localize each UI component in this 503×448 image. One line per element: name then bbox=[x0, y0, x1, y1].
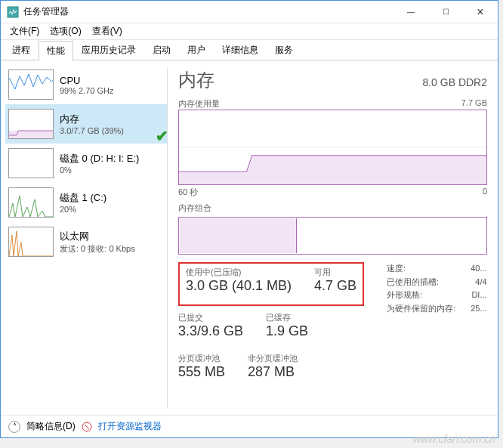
tab-services[interactable]: 服务 bbox=[267, 40, 301, 60]
sidebar-item-disk0[interactable]: 磁盘 0 (D: H: I: E:)0% bbox=[5, 144, 167, 183]
sidebar-item-sub: 发送: 0 接收: 0 Kbps bbox=[60, 243, 135, 255]
chart1-x-left: 60 秒 bbox=[178, 187, 198, 198]
resource-monitor-icon bbox=[82, 422, 92, 432]
highlight-box: 使用中(已压缩)3.0 GB (40.1 MB) 可用4.7 GB bbox=[178, 262, 364, 306]
minimize-button[interactable]: — bbox=[393, 1, 428, 23]
memory-info-table: 速度:40... 已使用的插槽:4/4 外形规格:DI... 为硬件保留的内存:… bbox=[387, 262, 486, 388]
window-title: 任务管理器 bbox=[23, 5, 393, 18]
chart1-label-right: 7.7 GB bbox=[461, 98, 487, 110]
speed-label: 速度: bbox=[387, 262, 406, 276]
checkmark-icon: ✔ bbox=[156, 127, 167, 145]
sidebar-item-memory[interactable]: 内存3.0/7.7 GB (39%) ✔ bbox=[5, 104, 167, 144]
tab-apphistory[interactable]: 应用历史记录 bbox=[73, 40, 144, 60]
page-title: 内存 bbox=[178, 68, 214, 92]
memory-thumb bbox=[8, 109, 54, 139]
sidebar-item-label: 内存 bbox=[60, 113, 124, 126]
available-label: 可用 bbox=[314, 267, 356, 278]
maximize-button[interactable]: ☐ bbox=[428, 1, 463, 23]
tab-details[interactable]: 详细信息 bbox=[214, 40, 267, 60]
menu-view[interactable]: 查看(V) bbox=[88, 23, 127, 39]
resource-monitor-link[interactable]: 打开资源监视器 bbox=[98, 420, 162, 433]
footer: ˄ 简略信息(D) 打开资源监视器 bbox=[1, 415, 498, 437]
form-value: DI... bbox=[471, 289, 486, 302]
sidebar-item-ethernet[interactable]: 以太网发送: 0 接收: 0 Kbps bbox=[5, 222, 167, 261]
slots-value: 4/4 bbox=[475, 276, 486, 289]
sidebar-item-sub: 3.0/7.7 GB (39%) bbox=[60, 126, 124, 135]
slots-label: 已使用的插槽: bbox=[387, 276, 439, 289]
tabbar: 进程 性能 应用历史记录 启动 用户 详细信息 服务 bbox=[1, 40, 498, 60]
chart1-label-left: 内存使用量 bbox=[178, 98, 220, 110]
sidebar-item-sub: 20% bbox=[60, 205, 106, 214]
menubar: 文件(F) 选项(O) 查看(V) bbox=[1, 23, 498, 40]
tab-processes[interactable]: 进程 bbox=[4, 40, 39, 60]
chevron-up-icon[interactable]: ˄ bbox=[8, 421, 20, 433]
available-value: 4.7 GB bbox=[314, 278, 356, 294]
close-button[interactable]: × bbox=[463, 1, 498, 23]
ethernet-thumb bbox=[8, 227, 54, 257]
task-manager-window: 任务管理器 — ☐ × 文件(F) 选项(O) 查看(V) 进程 性能 应用历史… bbox=[0, 0, 498, 438]
reserved-value: 25... bbox=[471, 302, 486, 316]
window-controls: — ☐ × bbox=[393, 1, 498, 23]
nonpaged-value: 287 MB bbox=[248, 364, 298, 380]
memory-usage-chart bbox=[178, 110, 487, 185]
brief-info-button[interactable]: 简略信息(D) bbox=[26, 420, 76, 433]
disk0-thumb bbox=[8, 148, 54, 178]
memory-composition-chart bbox=[178, 217, 487, 255]
cached-value: 1.9 GB bbox=[266, 323, 308, 339]
sidebar-item-sub: 99% 2.70 GHz bbox=[60, 86, 114, 95]
cpu-thumb bbox=[8, 70, 54, 100]
main-panel: 内存 8.0 GB DDR2 内存使用量7.7 GB 60 秒0 内存组合 bbox=[168, 60, 498, 416]
committed-value: 3.3/9.6 GB bbox=[178, 323, 243, 339]
reserved-label: 为硬件保留的内存: bbox=[387, 302, 455, 316]
paged-value: 555 MB bbox=[178, 364, 225, 380]
in-use-value: 3.0 GB (40.1 MB) bbox=[186, 278, 292, 294]
content: CPU99% 2.70 GHz 内存3.0/7.7 GB (39%) ✔ 磁盘 … bbox=[1, 60, 498, 416]
nonpaged-label: 非分页缓冲池 bbox=[248, 353, 298, 364]
disk1-thumb bbox=[8, 187, 54, 218]
committed-label: 已提交 bbox=[178, 312, 243, 323]
chart1-x-right: 0 bbox=[483, 187, 487, 198]
cached-label: 已缓存 bbox=[266, 312, 308, 323]
memory-capacity: 8.0 GB DDR2 bbox=[422, 76, 487, 88]
form-label: 外形规格: bbox=[387, 289, 422, 302]
sidebar-item-sub: 0% bbox=[60, 165, 139, 175]
sidebar-item-label: 磁盘 1 (C:) bbox=[60, 191, 106, 205]
app-icon bbox=[7, 6, 19, 18]
speed-value: 40... bbox=[471, 262, 486, 276]
sidebar-item-disk1[interactable]: 磁盘 1 (C:)20% bbox=[5, 183, 167, 222]
titlebar[interactable]: 任务管理器 — ☐ × bbox=[1, 1, 498, 23]
sidebar-item-label: 磁盘 0 (D: H: I: E:) bbox=[60, 152, 139, 165]
paged-label: 分页缓冲池 bbox=[178, 353, 225, 364]
sidebar-item-label: CPU bbox=[60, 75, 114, 86]
tab-users[interactable]: 用户 bbox=[179, 40, 214, 60]
sidebar: CPU99% 2.70 GHz 内存3.0/7.7 GB (39%) ✔ 磁盘 … bbox=[1, 60, 167, 416]
tab-performance[interactable]: 性能 bbox=[39, 41, 73, 60]
sidebar-item-cpu[interactable]: CPU99% 2.70 GHz bbox=[5, 65, 167, 104]
chart2-label: 内存组合 bbox=[178, 202, 211, 214]
menu-options[interactable]: 选项(O) bbox=[45, 23, 85, 39]
menu-file[interactable]: 文件(F) bbox=[5, 23, 44, 39]
sidebar-item-label: 以太网 bbox=[60, 230, 135, 243]
tab-startup[interactable]: 启动 bbox=[144, 40, 179, 60]
in-use-label: 使用中(已压缩) bbox=[186, 267, 292, 278]
